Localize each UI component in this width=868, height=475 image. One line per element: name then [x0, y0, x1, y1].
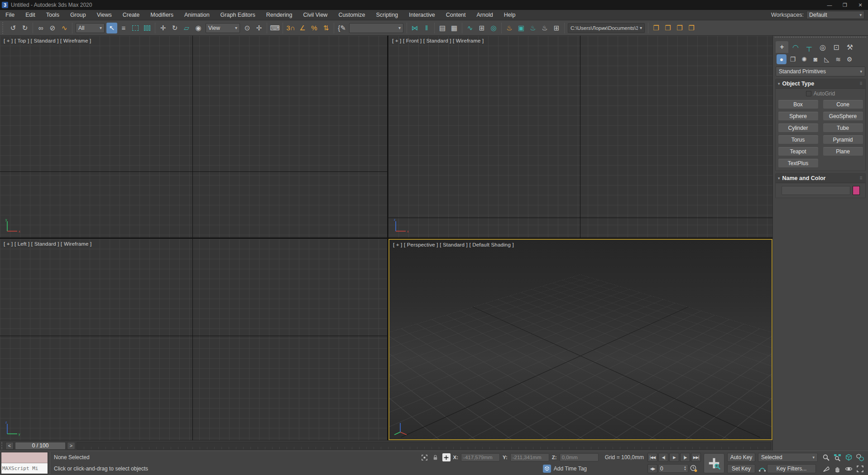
cameras-category-icon[interactable]: ◙ [810, 54, 820, 64]
object-color-swatch[interactable] [853, 186, 860, 195]
cylinder-button[interactable]: Cylinder [778, 123, 819, 133]
field-of-view-icon[interactable] [820, 463, 831, 474]
sphere-button[interactable]: Sphere [778, 111, 819, 121]
mirror-icon[interactable]: ⋈ [409, 23, 420, 33]
time-slider-grip[interactable] [1, 442, 4, 449]
play-animation-button[interactable]: ▶ [669, 453, 679, 462]
space-warps-category-icon[interactable]: ≋ [833, 54, 843, 64]
shapes-category-icon[interactable]: ❐ [788, 54, 798, 64]
utilities-tab-icon[interactable]: ⚒ [844, 41, 856, 53]
add-time-tag[interactable]: Add Time Tag [554, 466, 587, 472]
x-coordinate-field[interactable]: -417,579mm [461, 453, 500, 461]
lights-category-icon[interactable]: ✺ [799, 54, 809, 64]
toggle-scene-explorer-icon[interactable]: ▤ [437, 23, 448, 33]
bind-to-space-warp-icon[interactable]: ∿ [59, 23, 70, 33]
isolate-selection-icon[interactable] [421, 453, 429, 461]
menu-graph-editors[interactable]: Graph Editors [215, 10, 261, 19]
selection-filter-dropdown[interactable]: All▾ [76, 23, 105, 33]
viewport-top-label[interactable]: [ + ] [ Top ] [ Standard ] [ Wireframe ] [4, 38, 91, 43]
cone-button[interactable]: Cone [823, 100, 863, 109]
plane-button[interactable]: Plane [823, 147, 863, 156]
toolbar-grip[interactable] [2, 22, 5, 34]
window-layout-4-icon[interactable]: ❐ [686, 23, 697, 33]
toggle-layer-explorer-icon[interactable]: ▦ [449, 23, 460, 33]
modify-tab-icon[interactable]: ◠ [789, 41, 802, 53]
time-configuration-icon[interactable] [689, 465, 697, 473]
menu-help[interactable]: Help [499, 10, 521, 19]
viewport-front-label[interactable]: [ + ] [ Front ] [ Standard ] [ Wireframe… [392, 38, 484, 43]
autogrid-checkbox[interactable] [806, 91, 811, 96]
zoom-extents-all-icon[interactable] [854, 452, 865, 463]
zoom-extents-icon[interactable] [843, 452, 854, 463]
systems-category-icon[interactable]: ⚙ [844, 54, 854, 64]
key-filters-button[interactable]: Key Filters... [767, 464, 816, 473]
schematic-view-icon[interactable]: ⊞ [476, 23, 487, 33]
maximize-button[interactable]: ❐ [837, 0, 853, 10]
render-production-icon[interactable]: ♨ [528, 23, 538, 33]
y-coordinate-field[interactable]: -211,341mm [510, 453, 549, 461]
snaps-toggle-3d-icon[interactable]: 3∩ [285, 23, 296, 33]
redo-icon[interactable]: ↻ [19, 23, 30, 33]
select-by-name-icon[interactable]: ≡ [118, 23, 129, 33]
viewport-front[interactable]: [ + ] [ Front ] [ Standard ] [ Wireframe… [388, 36, 772, 238]
viewport-top[interactable]: [ + ] [ Top ] [ Standard ] [ Wireframe ]… [0, 36, 387, 238]
viewport-perspective-label[interactable]: [ + ] [ Perspective ] [ Standard ] [ Def… [393, 242, 514, 247]
auto-key-button[interactable]: Auto Key [727, 453, 755, 462]
zoom-icon[interactable] [820, 452, 831, 463]
rectangular-selection-region-icon[interactable] [130, 23, 141, 33]
select-and-scale-icon[interactable]: ▱ [181, 23, 192, 33]
workspace-dropdown[interactable]: Default ▾ [806, 11, 864, 19]
orbit-icon[interactable] [843, 463, 854, 474]
select-and-place-icon[interactable]: ◉ [193, 23, 204, 33]
selection-lock-icon[interactable] [432, 453, 440, 461]
geometry-category-icon[interactable]: ● [777, 54, 786, 64]
menu-content[interactable]: Content [441, 10, 471, 19]
menu-customize[interactable]: Customize [333, 10, 370, 19]
hierarchy-tab-icon[interactable]: ┬ [803, 41, 815, 53]
align-icon[interactable]: ‖ [421, 23, 432, 33]
previous-frame-button[interactable]: < [5, 442, 14, 450]
unlink-selection-icon[interactable]: ⊘ [47, 23, 58, 33]
render-setup-icon[interactable]: ♨ [504, 23, 515, 33]
menu-edit[interactable]: Edit [20, 10, 41, 19]
time-tag-icon[interactable] [543, 465, 551, 473]
maxscript-listener-field[interactable]: MAXScript Mi [1, 463, 48, 474]
select-and-move-icon[interactable]: ✛ [158, 23, 168, 33]
window-layout-2-icon[interactable]: ❐ [662, 23, 673, 33]
pan-icon[interactable] [832, 463, 843, 474]
reference-coordinate-system-dropdown[interactable]: View▾ [206, 23, 240, 33]
edit-named-selection-sets-icon[interactable]: {✎ [336, 23, 347, 33]
render-media-grid-icon[interactable]: ⊞ [551, 23, 562, 33]
box-button[interactable]: Box [778, 100, 819, 109]
select-and-manipulate-icon[interactable]: ✢ [254, 23, 264, 33]
torus-button[interactable]: Torus [778, 135, 819, 144]
named-selection-sets-dropdown[interactable]: ▾ [349, 23, 403, 33]
name-color-rollout-header[interactable]: ▾ Name and Color ⠿ [776, 174, 865, 183]
curve-editor-icon[interactable]: ∿ [465, 23, 475, 33]
window-layout-1-icon[interactable]: ❐ [651, 23, 662, 33]
viewport-perspective[interactable]: [ + ] [ Perspective ] [ Standard ] [ Def… [388, 239, 772, 440]
helpers-category-icon[interactable]: ◺ [822, 54, 832, 64]
menu-scripting[interactable]: Scripting [370, 10, 403, 19]
undo-icon[interactable]: ↺ [8, 23, 19, 33]
set-keys-button[interactable] [704, 453, 724, 473]
menu-modifiers[interactable]: Modifiers [145, 10, 179, 19]
menu-group[interactable]: Group [65, 10, 91, 19]
key-scope-dropdown[interactable]: Selected ▾ [758, 453, 818, 462]
geosphere-button[interactable]: GeoSphere [823, 111, 863, 121]
key-mode-toggle[interactable]: ◀▶ [647, 464, 657, 473]
angle-snap-toggle-icon[interactable]: ∠ [297, 23, 308, 33]
motion-tab-icon[interactable]: ◎ [816, 41, 829, 53]
spinner-snap-toggle-icon[interactable]: ⇅ [321, 23, 331, 33]
percent-snap-toggle-icon[interactable]: % [309, 23, 320, 33]
z-coordinate-field[interactable]: 0,0mm [560, 453, 599, 461]
menu-civil-view[interactable]: Civil View [297, 10, 333, 19]
default-tangent-icon[interactable] [758, 465, 766, 473]
menu-rendering[interactable]: Rendering [261, 10, 298, 19]
minimize-button[interactable]: — [822, 0, 837, 10]
menu-create[interactable]: Create [117, 10, 145, 19]
time-slider-track[interactable] [77, 442, 771, 450]
material-editor-icon[interactable]: ◎ [488, 23, 499, 33]
use-pivot-point-center-icon[interactable]: ⊙ [242, 23, 253, 33]
tube-button[interactable]: Tube [823, 123, 863, 133]
